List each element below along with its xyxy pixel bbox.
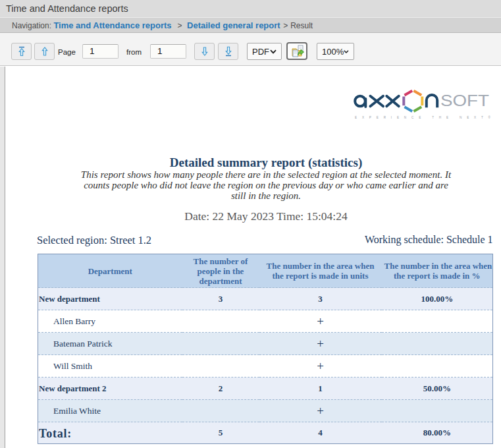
- svg-text:SOFT: SOFT: [440, 92, 489, 109]
- svg-text:EXPERIENCE THE NEXT®: EXPERIENCE THE NEXT®: [355, 115, 491, 119]
